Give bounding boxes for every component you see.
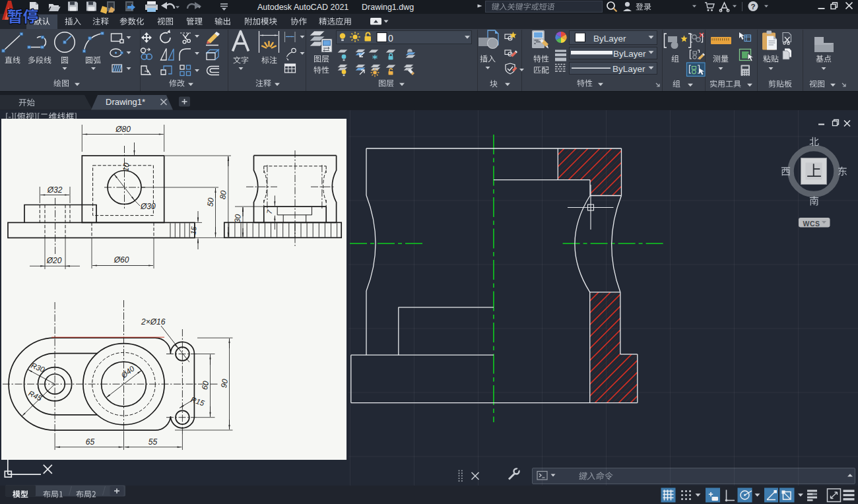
svg-text:80: 80 xyxy=(218,190,228,200)
svg-text:Ø32: Ø32 xyxy=(47,185,63,195)
svg-text:55: 55 xyxy=(148,437,158,447)
svg-text:Ø40: Ø40 xyxy=(119,364,136,380)
svg-text:Ø30: Ø30 xyxy=(140,202,156,211)
svg-text:R15: R15 xyxy=(189,395,205,407)
svg-text:10: 10 xyxy=(121,162,131,172)
svg-text:Ø20: Ø20 xyxy=(46,256,62,265)
svg-text:60: 60 xyxy=(200,380,211,391)
svg-text:2×Ø16: 2×Ø16 xyxy=(141,317,166,327)
svg-text:7: 7 xyxy=(265,208,274,214)
svg-text:30: 30 xyxy=(232,214,243,224)
svg-text:15: 15 xyxy=(189,226,198,235)
svg-text:65: 65 xyxy=(86,437,95,447)
svg-text:90: 90 xyxy=(219,378,230,389)
svg-text:R45: R45 xyxy=(27,389,44,402)
svg-text:50: 50 xyxy=(205,197,216,207)
svg-text:Ø60: Ø60 xyxy=(114,255,129,265)
svg-text:Ø80: Ø80 xyxy=(115,125,131,134)
